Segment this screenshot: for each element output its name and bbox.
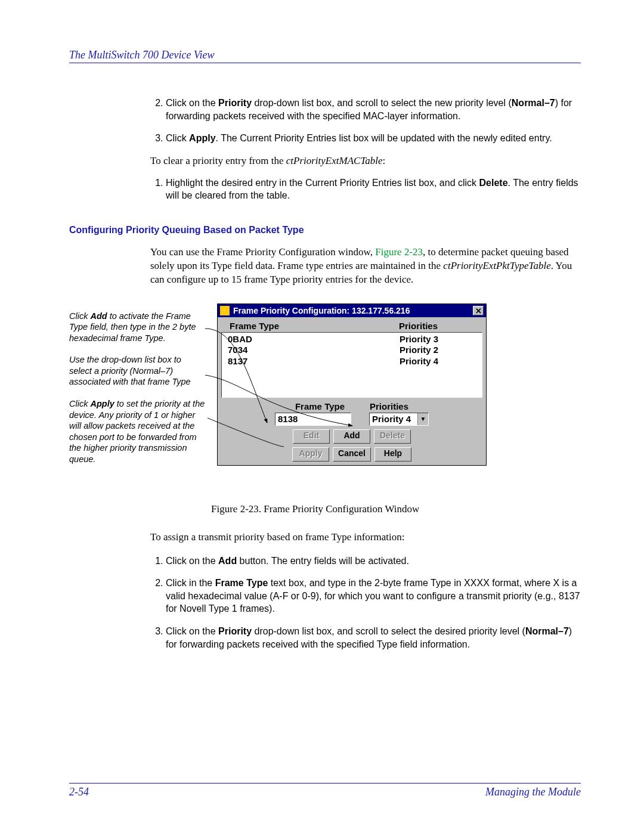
dropdown-value: Priority 4 [370, 414, 417, 424]
config-paragraph: You can use the Frame Priority Configura… [150, 246, 581, 287]
edit-button[interactable]: Edit [293, 429, 330, 444]
col-priorities: Priorities [399, 321, 476, 331]
priority-listbox[interactable]: 0BAD Priority 3 7034 Priority 2 8137 Pri… [221, 332, 482, 398]
priority-window: ⚡ Frame Priority Configuration: 132.177.… [217, 304, 487, 466]
close-icon[interactable]: ✕ [473, 306, 484, 315]
page: The MultiSwitch 700 Device View Click on… [0, 0, 644, 833]
button-row-1: Edit Add Delete [221, 429, 482, 444]
chevron-down-icon[interactable]: ▼ [417, 413, 428, 425]
page-number: 2-54 [69, 786, 89, 798]
help-button[interactable]: Help [374, 447, 411, 462]
list-row[interactable]: 7034 Priority 2 [228, 345, 477, 356]
form-inputs: 8138 Priority 4 ▼ [221, 413, 482, 426]
button-row-2: Apply Cancel Help [221, 447, 482, 462]
annotation-2: Use the drop-down list box to select a p… [69, 354, 205, 388]
list-row[interactable]: 8137 Priority 4 [228, 356, 477, 367]
clear-step-1: Highlight the desired entry in the Curre… [166, 176, 581, 202]
footer-section: Managing the Module [485, 786, 581, 798]
priority-dropdown[interactable]: Priority 4 ▼ [369, 413, 429, 426]
list-row[interactable]: 0BAD Priority 3 [228, 334, 477, 345]
config-para-block: You can use the Frame Priority Configura… [150, 246, 581, 287]
frame-type-input[interactable]: 8138 [275, 413, 351, 426]
assign-step-2: Click in the Frame Type text box, and ty… [166, 577, 581, 615]
col-frame-type: Frame Type [230, 321, 399, 331]
page-header: The MultiSwitch 700 Device View [69, 49, 581, 63]
step-3: Click Apply. The Current Priority Entrie… [166, 132, 581, 145]
step-2: Click on the Priority drop-down list box… [166, 97, 581, 122]
clear-intro: To clear a priority entry from the ctPri… [150, 154, 581, 168]
figure-link[interactable]: Figure 2-23 [375, 246, 423, 258]
assign-list: Click on the Add button. The entry field… [150, 555, 581, 651]
assign-step-1: Click on the Add button. The entry field… [166, 555, 581, 568]
content-top: Click on the Priority drop-down list box… [150, 97, 581, 202]
section-heading: Configuring Priority Queuing Based on Pa… [69, 225, 581, 236]
clear-list: Highlight the desired entry in the Curre… [150, 176, 581, 202]
annotation-1: Click Add to activate the Frame Type fie… [69, 311, 205, 344]
page-footer: 2-54 Managing the Module [69, 783, 581, 798]
add-button[interactable]: Add [333, 429, 370, 444]
top-ordered-list: Click on the Priority drop-down list box… [150, 97, 581, 145]
content-bottom: To assign a transmit priority based on f… [150, 531, 581, 651]
cancel-button[interactable]: Cancel [333, 447, 371, 462]
label-priorities: Priorities [370, 401, 408, 411]
window-title: Frame Priority Configuration: 132.177.56… [233, 306, 410, 315]
list-headers: Frame Type Priorities [221, 320, 482, 332]
figure-area: Click Add to activate the Frame Type fie… [69, 304, 581, 491]
figure-caption: Figure 2-23. Frame Priority Configuratio… [211, 503, 581, 515]
label-frame-type: Frame Type [295, 401, 345, 411]
system-icon[interactable]: ⚡ [220, 306, 230, 315]
annotation-3: Click Apply to set the priority at the d… [69, 398, 205, 465]
assign-step-3: Click on the Priority drop-down list box… [166, 625, 581, 651]
form-labels: Frame Type Priorities [221, 401, 482, 411]
titlebar[interactable]: ⚡ Frame Priority Configuration: 132.177.… [218, 304, 486, 317]
window-body: Frame Type Priorities 0BAD Priority 3 70… [218, 317, 486, 465]
annotations: Click Add to activate the Frame Type fie… [69, 311, 205, 476]
delete-button[interactable]: Delete [374, 429, 411, 444]
apply-button[interactable]: Apply [292, 447, 329, 462]
assign-intro: To assign a transmit priority based on f… [150, 531, 581, 544]
